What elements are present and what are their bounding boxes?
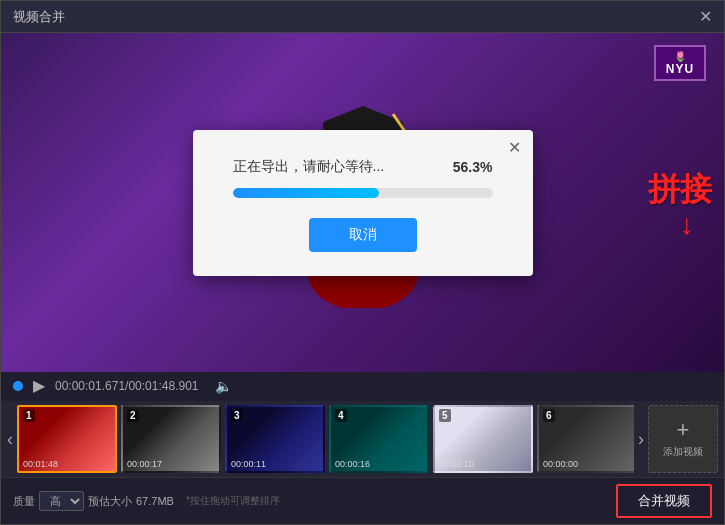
timeline: ‹ 1 00:01:48 2 00:00:17 3 00:00:11 4 00:… bbox=[1, 401, 724, 477]
clip-duration-1: 00:01:48 bbox=[23, 459, 58, 469]
total-time: 00:01:48.901 bbox=[128, 379, 198, 393]
bottom-left: 质量 高 中 低 预估大小 67.7MB *按住拖动可调整排序 bbox=[13, 491, 280, 511]
window-close-button[interactable]: ✕ bbox=[699, 7, 712, 26]
window-title: 视频合并 bbox=[13, 8, 65, 26]
progress-percent: 56.3% bbox=[453, 159, 493, 175]
size-label: 预估大小 bbox=[88, 494, 132, 509]
svg-rect-1 bbox=[323, 122, 403, 130]
current-time: 00:00:01.671 bbox=[55, 379, 125, 393]
progress-label: 正在导出，请耐心等待... bbox=[233, 158, 385, 176]
svg-marker-2 bbox=[323, 106, 403, 122]
timeline-prev-button[interactable]: ‹ bbox=[3, 429, 17, 450]
play-button[interactable]: ▶ bbox=[33, 376, 45, 395]
size-value: 67.7MB bbox=[136, 495, 174, 507]
clip-item[interactable]: 4 00:00:16 bbox=[329, 405, 429, 473]
clip-item[interactable]: 6 00:00:00 bbox=[537, 405, 634, 473]
dialog-close-button[interactable]: ✕ bbox=[508, 138, 521, 157]
clip-label-2: 2 bbox=[127, 409, 139, 422]
nyu-text: NYU bbox=[666, 62, 694, 76]
video-preview-area: 🌷 NYU bbox=[1, 33, 724, 372]
cancel-button[interactable]: 取消 bbox=[309, 218, 417, 252]
clip-label-3: 3 bbox=[231, 409, 243, 422]
progress-dot-indicator bbox=[13, 381, 23, 391]
clip-item[interactable]: 2 00:00:17 bbox=[121, 405, 221, 473]
add-video-label: 添加视频 bbox=[663, 445, 703, 459]
clip-label-4: 4 bbox=[335, 409, 347, 422]
nyu-icon: 🌷 bbox=[674, 51, 686, 62]
nyu-logo: 🌷 NYU bbox=[654, 45, 706, 81]
title-bar: 视频合并 ✕ bbox=[1, 1, 724, 33]
timeline-scroll: 1 00:01:48 2 00:00:17 3 00:00:11 4 00:00… bbox=[17, 405, 634, 473]
clip-duration-4: 00:00:16 bbox=[335, 459, 370, 469]
volume-icon[interactable]: 🔈 bbox=[215, 378, 232, 394]
clip-label-1: 1 bbox=[23, 409, 35, 422]
clip-label-6: 6 bbox=[543, 409, 555, 422]
progress-bar-fill bbox=[233, 188, 379, 198]
clip-duration-5: 00:00:10 bbox=[439, 459, 474, 469]
clip-duration-3: 00:00:11 bbox=[231, 459, 266, 469]
timeline-next-button[interactable]: › bbox=[634, 429, 648, 450]
controls-bar: ▶ 00:00:01.671/00:01:48.901 🔈 bbox=[1, 372, 724, 401]
clip-item[interactable]: 5 00:00:10 bbox=[433, 405, 533, 473]
time-display: 00:00:01.671/00:01:48.901 bbox=[55, 379, 199, 393]
clip-label-5: 5 bbox=[439, 409, 451, 422]
clip-item[interactable]: 3 00:00:11 bbox=[225, 405, 325, 473]
progress-bar-background bbox=[233, 188, 493, 198]
add-video-plus-icon: + bbox=[677, 419, 690, 441]
add-video-button[interactable]: + 添加视频 bbox=[648, 405, 718, 473]
quality-label: 质量 bbox=[13, 494, 35, 509]
progress-text-row: 正在导出，请耐心等待... 56.3% bbox=[233, 158, 493, 176]
progress-dialog: ✕ 正在导出，请耐心等待... 56.3% 取消 bbox=[193, 130, 533, 276]
clip-duration-6: 00:00:00 bbox=[543, 459, 578, 469]
main-window: 视频合并 ✕ 🌷 NYU bbox=[0, 0, 725, 525]
bottom-bar: 质量 高 中 低 预估大小 67.7MB *按住拖动可调整排序 合并视频 bbox=[1, 477, 724, 524]
quality-select[interactable]: 高 中 低 bbox=[39, 491, 84, 511]
clip-item[interactable]: 1 00:01:48 bbox=[17, 405, 117, 473]
merge-button[interactable]: 合并视频 bbox=[616, 484, 712, 518]
clip-duration-2: 00:00:17 bbox=[127, 459, 162, 469]
hint-text: *按住拖动可调整排序 bbox=[186, 494, 280, 508]
